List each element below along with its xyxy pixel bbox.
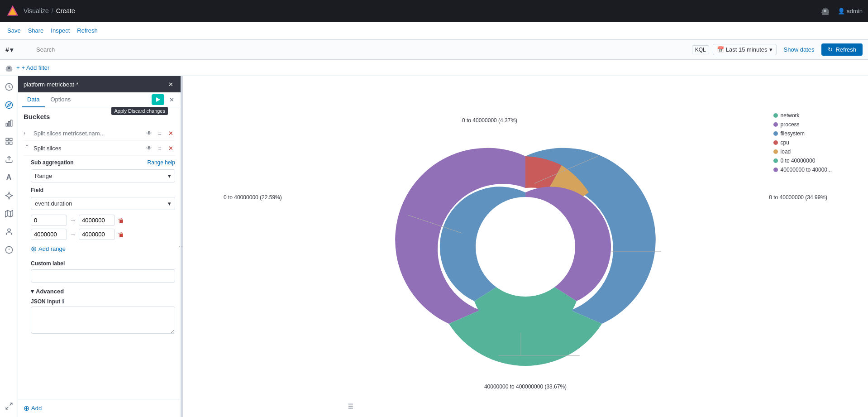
- map-icon-btn[interactable]: [2, 206, 16, 221]
- user-menu[interactable]: 👤 admin: [838, 8, 863, 14]
- bucket-1-actions: 👁 = ✕: [144, 129, 175, 138]
- bucket-2-delete-btn[interactable]: ✕: [166, 144, 175, 153]
- apply-changes-button[interactable]: [152, 94, 164, 105]
- legend-dot-network: [773, 113, 778, 118]
- custom-label-input[interactable]: [31, 269, 175, 283]
- bucket-2-expand[interactable]: ›: [24, 144, 30, 152]
- bucket-1-delete-btn[interactable]: ✕: [166, 129, 175, 138]
- expand-icon-btn[interactable]: [2, 399, 16, 413]
- custom-label-label: Custom label: [31, 260, 175, 267]
- chart-area: 0 to 40000000 (4.37%) 0 to 40000000 (22.…: [183, 76, 868, 417]
- svg-rect-9: [10, 120, 12, 126]
- search-bar-right: 📅 Last 15 minutes ▾ Show dates ↻ Refresh: [713, 43, 863, 56]
- sparkle-icon-btn[interactable]: [2, 188, 16, 203]
- range-1-to[interactable]: [79, 215, 115, 226]
- add-range-button[interactable]: ⊕ Add range: [31, 243, 66, 255]
- advanced-toggle-button[interactable]: ▾ Advanced: [31, 288, 64, 295]
- svg-point-25: [476, 197, 575, 297]
- chevron-down-icon: ▾: [769, 46, 773, 53]
- svg-marker-24: [156, 97, 160, 102]
- refresh-icon: ↻: [828, 46, 833, 53]
- legend-item-filesystem: filesystem: [773, 130, 832, 137]
- legend-label-range2: 40000000 to 40000...: [781, 167, 832, 173]
- show-dates-button[interactable]: Show dates: [780, 46, 818, 53]
- bucket-1-eye-btn[interactable]: 👁: [144, 129, 153, 138]
- save-button[interactable]: Save: [7, 25, 21, 36]
- user-icon-btn[interactable]: [2, 225, 16, 239]
- time-picker-button[interactable]: 📅 Last 15 minutes ▾: [713, 44, 777, 55]
- advanced-label: Advanced: [36, 288, 64, 295]
- bucket-item-2: › Split slices 👁 = ✕: [24, 141, 175, 156]
- info-icon: ℹ: [62, 298, 64, 305]
- plus-circle-icon: ⊕: [31, 244, 37, 253]
- bar-chart-icon-btn[interactable]: [2, 116, 16, 130]
- tab-data[interactable]: Data: [22, 92, 45, 107]
- upload-icon-btn[interactable]: [2, 152, 16, 167]
- bucket-1-label: Split slices metricset.nam...: [33, 130, 142, 137]
- legend-label-network: network: [781, 112, 800, 119]
- inspect-button[interactable]: Inspect: [51, 25, 70, 36]
- legend-item-network: network: [773, 112, 832, 119]
- info-icon-btn[interactable]: [2, 243, 16, 257]
- range-1-delete-btn[interactable]: 🗑: [118, 217, 124, 224]
- search-input[interactable]: [36, 46, 688, 53]
- visualization-panel: platform-metricbeat-* ✕ Data Options ✕ A…: [18, 76, 181, 417]
- grid-icon-btn[interactable]: [2, 134, 16, 149]
- kql-button[interactable]: KQL: [692, 45, 709, 54]
- range-2-delete-btn[interactable]: 🗑: [118, 231, 124, 238]
- filter-gear-button[interactable]: [5, 64, 13, 72]
- bucket-2-actions: 👁 = ✕: [144, 144, 175, 153]
- range-help-link[interactable]: Range help: [148, 159, 175, 166]
- label-right: 0 to 40000000 (34.99%): [769, 194, 827, 201]
- legend-label-filesystem: filesystem: [781, 130, 805, 137]
- bucket-2-equals-btn[interactable]: =: [155, 144, 164, 153]
- panel-header-close-btn[interactable]: ✕: [166, 80, 175, 89]
- discard-tooltip: Apply Discard changes: [111, 107, 168, 115]
- field-select[interactable]: event.duration ▾: [31, 197, 175, 210]
- field-header: Field: [31, 187, 175, 193]
- refresh-button[interactable]: Refresh: [77, 25, 98, 36]
- user-icon: 👤: [838, 8, 845, 14]
- svg-marker-15: [5, 211, 13, 217]
- breadcrumb-create: Create: [56, 7, 75, 14]
- clock-icon-btn[interactable]: [2, 80, 16, 94]
- legend-label-process: process: [781, 121, 800, 128]
- index-type-button[interactable]: # ▾: [5, 46, 13, 53]
- settings-icon-btn[interactable]: [818, 4, 832, 18]
- svg-rect-10: [6, 138, 8, 140]
- svg-rect-7: [6, 123, 7, 126]
- breadcrumb-sep: /: [52, 7, 53, 14]
- plus-circle-icon-footer: ⊕: [24, 404, 29, 412]
- range-2-from[interactable]: [31, 229, 67, 240]
- legend-label-load: load: [781, 149, 791, 155]
- bucket-item-1: › Split slices metricset.nam... 👁 = ✕: [24, 126, 175, 141]
- bucket-1-expand[interactable]: ›: [24, 130, 31, 136]
- legend-item-range1: 0 to 40000000: [773, 158, 832, 164]
- discard-changes-button[interactable]: ✕: [166, 94, 177, 105]
- json-textarea[interactable]: [31, 307, 175, 334]
- range-2-to[interactable]: [79, 229, 115, 240]
- letter-a-btn[interactable]: A: [2, 170, 16, 185]
- add-filter-button[interactable]: + + Add filter: [16, 64, 49, 71]
- compass-icon-btn[interactable]: [2, 98, 16, 112]
- bucket-2-eye-btn[interactable]: 👁: [144, 144, 153, 153]
- advanced-section: ▾ Advanced JSON input ℹ: [31, 288, 175, 335]
- bucket-1-equals-btn[interactable]: =: [155, 129, 164, 138]
- label-top: 0 to 40000000 (4.37%): [462, 117, 517, 124]
- add-button[interactable]: ⊕ Add: [24, 404, 42, 412]
- svg-marker-6: [7, 104, 10, 106]
- tab-options[interactable]: Options: [45, 92, 76, 107]
- index-selector[interactable]: # ▾: [5, 46, 33, 53]
- refresh-blue-button[interactable]: ↻ Refresh: [821, 43, 863, 56]
- range-1-from[interactable]: [31, 215, 67, 226]
- index-pattern-label: platform-metricbeat-*: [24, 81, 78, 88]
- breadcrumb-visualize[interactable]: Visualize: [24, 7, 49, 14]
- svg-line-22: [10, 403, 12, 405]
- chart-bottom-icon[interactable]: [346, 402, 354, 412]
- share-button[interactable]: Share: [28, 25, 44, 36]
- time-picker-label: Last 15 minutes: [726, 46, 768, 53]
- legend-dot-load: [773, 149, 778, 154]
- label-left: 0 to 40000000 (22.59%): [224, 194, 282, 201]
- top-nav-right: 👤 admin: [818, 4, 863, 18]
- sub-agg-type-select[interactable]: Range ▾: [31, 169, 175, 182]
